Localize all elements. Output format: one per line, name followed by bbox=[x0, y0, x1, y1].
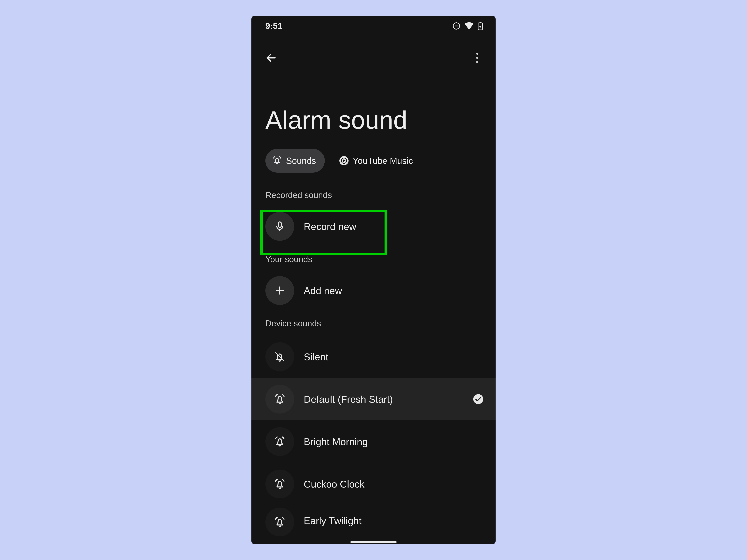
dnd-icon bbox=[452, 22, 461, 30]
row-add-new[interactable]: Add new bbox=[252, 269, 495, 312]
bell-ring-icon bbox=[265, 427, 294, 456]
status-bar: 9:51 bbox=[252, 16, 495, 36]
more-vert-icon bbox=[473, 52, 481, 64]
more-button[interactable] bbox=[469, 50, 485, 66]
section-recorded-sounds: Recorded sounds bbox=[252, 190, 495, 200]
svg-point-5 bbox=[476, 53, 478, 55]
chip-youtube-music[interactable]: YouTube Music bbox=[333, 149, 422, 172]
row-default-label: Default (Fresh Start) bbox=[304, 394, 473, 405]
svg-point-6 bbox=[476, 57, 478, 59]
row-cuckoo-clock[interactable]: Cuckoo Clock bbox=[252, 463, 495, 505]
bell-ring-icon bbox=[265, 385, 294, 414]
source-chips: Sounds YouTube Music bbox=[265, 149, 422, 172]
section-device-sounds: Device sounds bbox=[252, 319, 495, 328]
arrow-left-icon bbox=[265, 52, 277, 64]
bell-off-icon bbox=[265, 342, 294, 371]
row-bright-morning-label: Bright Morning bbox=[304, 436, 484, 447]
row-early-twilight-label: Early Twilight bbox=[304, 515, 484, 526]
sound-list: Recorded sounds Record new Your sounds bbox=[252, 189, 495, 544]
check-icon bbox=[473, 394, 484, 405]
svg-rect-10 bbox=[278, 222, 281, 228]
wifi-icon bbox=[464, 22, 474, 30]
page-title: Alarm sound bbox=[265, 106, 407, 135]
nav-indicator bbox=[351, 541, 396, 543]
row-bright-morning[interactable]: Bright Morning bbox=[252, 420, 495, 463]
bell-ring-icon bbox=[272, 155, 282, 166]
bell-ring-icon bbox=[265, 508, 294, 536]
phone-frame: 9:51 bbox=[252, 16, 495, 544]
status-icons bbox=[452, 22, 483, 30]
section-your-sounds: Your sounds bbox=[252, 255, 495, 264]
row-default[interactable]: Default (Fresh Start) bbox=[252, 378, 495, 420]
row-early-twilight[interactable]: Early Twilight bbox=[252, 505, 495, 531]
chip-sounds[interactable]: Sounds bbox=[265, 149, 325, 172]
back-button[interactable] bbox=[263, 50, 279, 66]
row-silent[interactable]: Silent bbox=[252, 336, 495, 378]
row-add-new-label: Add new bbox=[304, 285, 484, 296]
row-cuckoo-clock-label: Cuckoo Clock bbox=[304, 478, 484, 490]
status-time: 9:51 bbox=[265, 21, 282, 31]
row-record-new-label: Record new bbox=[304, 221, 484, 232]
app-bar bbox=[252, 48, 495, 69]
chip-sounds-label: Sounds bbox=[286, 156, 316, 166]
plus-icon bbox=[265, 276, 294, 305]
row-record-new[interactable]: Record new bbox=[252, 205, 495, 247]
chip-youtube-music-label: YouTube Music bbox=[353, 156, 413, 166]
bell-ring-icon bbox=[265, 470, 294, 499]
youtube-music-icon bbox=[339, 156, 349, 165]
svg-rect-3 bbox=[480, 22, 481, 23]
battery-icon bbox=[478, 22, 483, 30]
svg-point-7 bbox=[476, 61, 478, 63]
row-silent-label: Silent bbox=[304, 351, 484, 363]
microphone-icon bbox=[265, 212, 294, 241]
